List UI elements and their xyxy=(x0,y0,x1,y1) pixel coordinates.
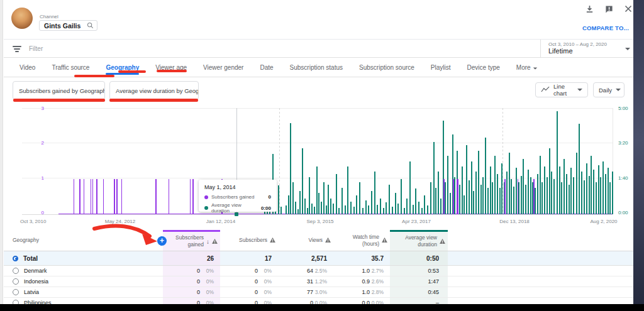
close-icon[interactable] xyxy=(624,4,633,13)
cell-value: 17 xyxy=(265,255,272,262)
tab-playlist[interactable]: Playlist xyxy=(431,58,451,77)
x-axis-tick: Oct 3, 2010 xyxy=(20,219,46,224)
tab-more[interactable]: More xyxy=(516,58,538,77)
metric-picker-avg-view-duration[interactable]: Average view duration by Geography xyxy=(109,81,199,100)
cell-value: 0:50 xyxy=(426,255,439,262)
series-dot-icon xyxy=(204,195,208,199)
tooltip-value: 0 xyxy=(269,194,271,200)
tab-geography[interactable]: Geography xyxy=(106,58,139,77)
annotation-metric2-underline xyxy=(109,99,198,102)
right-axis-tick: 0:00 xyxy=(618,210,632,216)
column-header-views[interactable]: Views xyxy=(278,230,333,251)
tab-viewer-age[interactable]: Viewer age xyxy=(155,58,187,77)
header-filler xyxy=(448,230,633,251)
feedback-icon[interactable] xyxy=(604,4,613,13)
cell-value: 2,571 xyxy=(311,255,327,262)
sort-desc-icon: ↓ xyxy=(206,238,209,245)
metric-picker-label: Average view duration by Geography xyxy=(110,87,199,94)
tooltip-row: Average view duration 0:00 xyxy=(204,202,271,214)
tooltip-label: Subscribers gained xyxy=(211,194,254,200)
chevron-down-icon[interactable] xyxy=(625,48,630,50)
radio-icon[interactable] xyxy=(13,278,19,285)
tab-date[interactable]: Date xyxy=(260,58,273,77)
download-icon[interactable] xyxy=(585,4,594,13)
x-axis-tick: Jan 12, 2014 xyxy=(206,219,235,224)
tab-subscription-status[interactable]: Subscription status xyxy=(290,58,343,77)
x-axis-tick: Sep 3, 2015 xyxy=(306,219,333,224)
tab-viewer-gender[interactable]: Viewer gender xyxy=(203,58,243,77)
tab-traffic-source[interactable]: Traffic source xyxy=(52,58,89,77)
cell-value: 26 xyxy=(207,255,214,262)
tab-video[interactable]: Video xyxy=(19,58,35,77)
table-row-latvia[interactable]: Latvia 00% 00% 773.0% 1.02.8% 0:45 xyxy=(4,287,633,298)
chart-plot[interactable] xyxy=(22,108,613,214)
warning-icon xyxy=(382,237,387,244)
chevron-down-icon xyxy=(616,89,621,91)
tooltip-label: Average view duration xyxy=(211,202,261,214)
date-preset-select[interactable]: Lifetime xyxy=(548,47,573,55)
chevron-down-icon xyxy=(577,89,582,91)
annotation-metric1-underline xyxy=(13,99,105,102)
date-range-text: Oct 3, 2010 – Aug 2, 2020 xyxy=(548,41,607,47)
granularity-label: Daily xyxy=(599,87,612,94)
metric-picker-label: Subscribers gained by Geography xyxy=(13,87,105,94)
search-icon xyxy=(86,21,94,30)
chart-type-label: Line chart xyxy=(553,83,574,97)
desktop-background-edge xyxy=(633,0,644,311)
tab-subscription-source[interactable]: Subscription source xyxy=(359,58,414,77)
channel-avatar[interactable] xyxy=(11,8,33,29)
x-axis-line xyxy=(22,214,613,215)
window-bottom-edge xyxy=(0,304,644,311)
row-label: Indonesia xyxy=(24,278,48,285)
channel-name: Gints Gailis xyxy=(44,22,86,30)
x-axis-tick: Aug 2, 2020 xyxy=(590,219,617,224)
cell-value: 35.7 xyxy=(372,255,384,262)
table-row-denmark[interactable]: Denmark 00% 00% 642.5% 1.02.7% 0:53 xyxy=(4,266,633,276)
chart-tooltip: May 1, 2014 Subscribers gained 0 Average… xyxy=(199,180,277,212)
right-axis-tick: 5:00 xyxy=(618,106,632,111)
x-axis-tick: Dec 13, 2018 xyxy=(499,219,530,224)
table-row-indonesia[interactable]: Indonesia 00% 00% 311.2% 0.92.6% 1:47 xyxy=(4,276,633,287)
annotation-viewer-gender-underline xyxy=(157,70,187,72)
x-axis-tick: Apr 23, 2017 xyxy=(402,219,431,224)
filter-bar: Filter Oct 3, 2010 – Aug 2, 2020 Lifetim… xyxy=(4,39,633,58)
dotted-gridline xyxy=(279,108,280,214)
tooltip-date: May 1, 2014 xyxy=(204,184,271,190)
radio-icon[interactable] xyxy=(13,289,19,295)
annotation-arrow-icon xyxy=(92,222,162,246)
row-label: Latvia xyxy=(24,289,39,295)
channel-search-box[interactable]: Gints Gailis xyxy=(39,20,97,31)
warning-icon xyxy=(270,237,275,244)
metric-picker-subscribers-gained[interactable]: Subscribers gained by Geography xyxy=(13,81,105,100)
row-label: Denmark xyxy=(24,268,47,274)
radio-icon[interactable] xyxy=(13,268,19,274)
line-chart-icon xyxy=(541,86,550,94)
analytics-chart: 3 2 1 0 5:00 3:20 1:40 0:00 Oct 3, 2010 … xyxy=(0,104,633,226)
column-header-subscribers-gained[interactable]: Subscribers gained ↓ xyxy=(163,230,220,251)
radio-selected-icon[interactable] xyxy=(13,256,18,261)
youtube-analytics-window: Channel Gints Gailis COMPARE TO... Filte… xyxy=(0,0,644,311)
column-header-subscribers[interactable]: Subscribers xyxy=(220,230,278,251)
tooltip-value: 0:00 xyxy=(261,205,271,211)
compare-to-link[interactable]: COMPARE TO... xyxy=(557,25,629,31)
row-label: Total xyxy=(23,255,38,262)
annotation-viewer-age-underline xyxy=(118,70,146,73)
warning-icon xyxy=(212,238,218,245)
tooltip-row: Subscribers gained 0 xyxy=(204,194,271,200)
series-dot-icon xyxy=(204,206,208,210)
chevron-down-icon xyxy=(533,67,536,69)
column-header-watch-time[interactable]: Watch time (hours) xyxy=(333,230,390,251)
granularity-select[interactable]: Daily xyxy=(593,82,625,97)
right-axis-tick: 3:20 xyxy=(618,140,632,146)
warning-icon xyxy=(440,238,445,245)
column-header-avg-view-duration[interactable]: Average view duration xyxy=(390,230,448,251)
annotation-geography-underline xyxy=(74,75,114,77)
filter-icon xyxy=(13,46,21,52)
warning-icon xyxy=(325,237,331,244)
tab-device-type[interactable]: Device type xyxy=(467,58,500,77)
chart-type-select[interactable]: Line chart xyxy=(535,82,588,97)
filter-input[interactable]: Filter xyxy=(29,45,43,52)
divider xyxy=(540,40,541,58)
right-axis-tick: 1:40 xyxy=(618,175,632,181)
table-row-total[interactable]: Total 26 17 2,571 35.7 0:50 xyxy=(4,251,633,266)
